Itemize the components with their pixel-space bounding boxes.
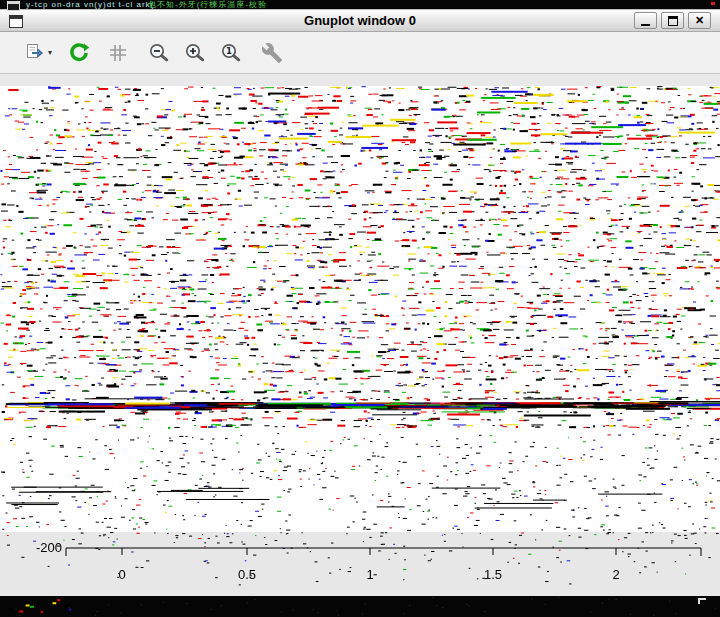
plot-area[interactable] <box>0 86 720 532</box>
glitch-text: y-tcp on-dra vn(y)dt t-cl ark( <box>26 0 154 9</box>
close-button[interactable]: ✕ <box>688 12 711 29</box>
axis-area: -200 0 0.5 1 1.5 2 <box>0 532 720 596</box>
refresh-arrow-icon <box>68 42 90 64</box>
x-tick-label: 0 <box>100 567 144 582</box>
gnuplot-app-icon <box>9 15 23 28</box>
grid-icon <box>107 42 129 64</box>
svg-text:1: 1 <box>226 46 232 56</box>
gnuplot-window: Gnuplot window 0 ✕ ▾ <box>0 9 720 596</box>
zoom-in-button[interactable] <box>184 38 206 68</box>
zoom-out-button[interactable] <box>148 38 170 68</box>
magnifier-1-icon: 1 <box>220 42 242 64</box>
background-terminal-top: y-tcp on-dra vn(y)dt t-cl ark( 包不知-外牙(行楝… <box>0 0 720 9</box>
dropdown-caret-icon: ▾ <box>48 48 52 57</box>
window-title: Gnuplot window 0 <box>0 13 720 28</box>
x-tick-label: 2 <box>594 567 638 582</box>
maximize-button[interactable] <box>661 12 684 29</box>
x-tick-label: 1.5 <box>471 567 515 582</box>
minimize-button[interactable] <box>634 12 657 29</box>
wrench-icon <box>261 42 283 64</box>
bottom-glitch-layer <box>0 596 720 617</box>
console-window-icon <box>7 1 20 11</box>
x-tick-label: 0.5 <box>225 567 269 582</box>
document-export-icon <box>24 42 46 64</box>
minimize-icon <box>641 24 650 26</box>
toolbar: ▾ <box>0 32 720 74</box>
background-terminal-bottom <box>0 596 720 617</box>
settings-button[interactable] <box>261 38 283 68</box>
toolbar-gap <box>0 74 720 86</box>
glitch-dot <box>711 2 715 5</box>
maximize-icon <box>668 16 678 26</box>
window-controls: ✕ <box>634 12 711 29</box>
titlebar[interactable]: Gnuplot window 0 ✕ <box>0 9 720 32</box>
zoom-reset-button[interactable]: 1 <box>220 38 242 68</box>
magnifier-plus-icon <box>184 42 206 64</box>
x-axis <box>0 532 720 596</box>
magnifier-minus-icon <box>148 42 170 64</box>
glitch-text: 包不知-外牙(行楝乐温座-校验 <box>148 0 267 9</box>
replot-button[interactable] <box>68 38 90 68</box>
x-tick-label: 1 <box>348 567 392 582</box>
toggle-grid-button[interactable] <box>107 38 129 68</box>
export-plot-button[interactable]: ▾ <box>24 38 52 68</box>
screen: y-tcp on-dra vn(y)dt t-cl ark( 包不知-外牙(行楝… <box>0 0 720 617</box>
close-icon: ✕ <box>695 15 704 26</box>
